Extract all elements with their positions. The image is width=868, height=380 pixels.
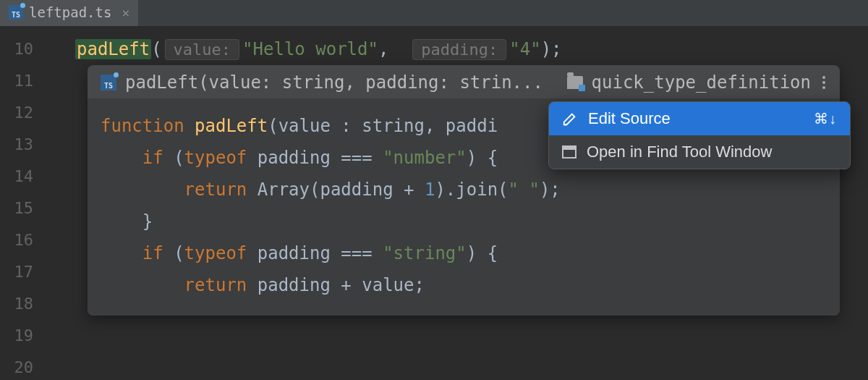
close-icon[interactable]: × bbox=[122, 5, 129, 20]
line-number: 11 bbox=[0, 65, 33, 97]
menu-item-edit-source[interactable]: Edit Source ⌘↓ bbox=[549, 102, 850, 135]
menu-item-shortcut: ⌘↓ bbox=[814, 110, 837, 127]
file-tab[interactable]: leftpad.ts × bbox=[0, 0, 138, 26]
parameter-hint: padding: bbox=[412, 39, 506, 60]
popup-signature: padLeft(value: string, padding: strin... bbox=[125, 72, 543, 93]
tool-window-icon bbox=[562, 145, 576, 159]
typescript-file-icon bbox=[9, 5, 23, 20]
menu-item-open-find-tool[interactable]: Open in Find Tool Window bbox=[549, 135, 850, 169]
popup-location: quick_type_definition bbox=[592, 72, 811, 93]
menu-item-label: Edit Source bbox=[588, 109, 671, 128]
line-number: 20 bbox=[0, 352, 33, 380]
kebab-menu-icon[interactable] bbox=[820, 73, 828, 92]
line-number: 17 bbox=[0, 256, 33, 288]
line-number: 15 bbox=[0, 193, 33, 224]
function-call: padLeft bbox=[75, 39, 151, 59]
menu-item-label: Open in Find Tool Window bbox=[587, 143, 772, 161]
line-number: 18 bbox=[0, 288, 33, 320]
folder-icon bbox=[567, 76, 583, 89]
pencil-icon bbox=[562, 111, 578, 127]
popup-header: padLeft(value: string, padding: strin...… bbox=[88, 65, 840, 98]
line-number: 19 bbox=[0, 320, 33, 352]
context-menu: Edit Source ⌘↓ Open in Find Tool Window bbox=[548, 101, 851, 169]
line-number: 13 bbox=[0, 129, 33, 161]
line-number: 14 bbox=[0, 161, 33, 193]
code-line[interactable]: padLeft(value:"Hello world", padding:"4"… bbox=[42, 33, 868, 66]
line-number: 10 bbox=[0, 33, 33, 65]
tab-bar: leftpad.ts × bbox=[0, 0, 868, 26]
typescript-file-icon bbox=[101, 75, 116, 90]
tab-filename: leftpad.ts bbox=[29, 4, 111, 20]
line-number: 12 bbox=[0, 97, 33, 129]
gutter: 10 11 12 13 14 15 16 17 18 19 20 bbox=[0, 26, 42, 380]
line-number: 16 bbox=[0, 224, 33, 256]
parameter-hint: value: bbox=[165, 39, 239, 60]
